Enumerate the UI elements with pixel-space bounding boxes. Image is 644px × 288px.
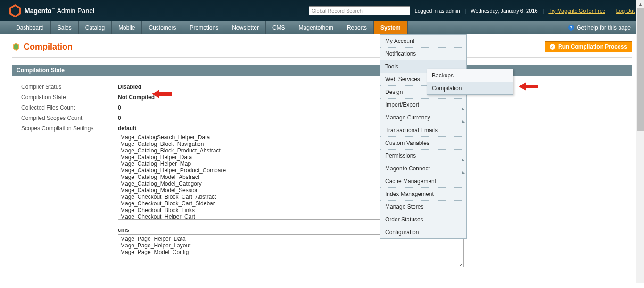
scroll-up-icon[interactable]: ▲	[636, 0, 644, 8]
menu-system[interactable]: System	[374, 21, 408, 34]
date-text: Wednesday, January 6, 2016	[471, 8, 537, 14]
admin-header: Magento™ Admin Panel Logged in as admin …	[0, 0, 644, 21]
compiler-status-label: Compiler Status	[21, 84, 118, 90]
menu-cms[interactable]: CMS	[266, 21, 292, 34]
dropdown-index-management[interactable]: Index Management	[380, 188, 466, 201]
logout-link[interactable]: Log Out	[616, 8, 635, 14]
page-title: Compilation	[24, 42, 73, 52]
logged-in-text: Logged in as admin	[415, 8, 460, 14]
collected-files-value: 0	[118, 104, 121, 111]
main-menu: Dashboard Sales Catalog Mobile Customers…	[0, 21, 644, 34]
brand-text: Magento™ Admin Panel	[25, 7, 94, 15]
scroll-down-icon[interactable]: ▼	[636, 280, 644, 283]
compilation-icon	[12, 42, 20, 51]
dropdown-cache-management[interactable]: Cache Management	[380, 175, 466, 188]
dropdown-my-account[interactable]: My Account	[380, 35, 466, 48]
help-icon: ?	[568, 25, 574, 31]
menu-newsletter[interactable]: Newsletter	[225, 21, 266, 34]
menu-sales[interactable]: Sales	[51, 21, 79, 34]
scopes-settings-label: Scopes Compilation Settings	[21, 125, 118, 132]
scroll-thumb[interactable]	[637, 8, 644, 131]
dropdown-configuration[interactable]: Configuration	[380, 226, 466, 238]
dropdown-import-export[interactable]: Import/Export	[380, 99, 466, 111]
content-area: Compilation ✓ Run Compilation Process Co…	[0, 34, 644, 283]
title-divider	[12, 57, 632, 58]
magento-logo-icon	[9, 4, 21, 17]
dropdown-manage-stores[interactable]: Manage Stores	[380, 201, 466, 213]
check-icon: ✓	[550, 44, 555, 50]
tools-submenu: Backups Compilation	[427, 69, 513, 95]
menu-catalog[interactable]: Catalog	[79, 21, 112, 34]
dropdown-magento-connect[interactable]: Magento Connect	[380, 162, 466, 175]
menu-promotions[interactable]: Promotions	[183, 21, 226, 34]
run-compilation-button[interactable]: ✓ Run Compilation Process	[545, 41, 632, 52]
panel-heading: Compilation State	[12, 65, 632, 76]
compiled-scopes-value: 0	[118, 115, 121, 121]
dropdown-transactional-emails[interactable]: Transactional Emails	[380, 124, 466, 137]
compilation-state-value: Not Compiled	[118, 94, 155, 101]
annotation-arrow-icon	[152, 90, 172, 98]
submenu-backups[interactable]: Backups	[427, 69, 513, 82]
try-magento-link[interactable]: Try Magento Go for Free	[548, 8, 605, 14]
dropdown-custom-variables[interactable]: Custom Variables	[380, 137, 466, 150]
dropdown-notifications[interactable]: Notifications	[380, 48, 466, 60]
vertical-scrollbar[interactable]: ▲ ▼	[636, 0, 644, 283]
compilation-state-label: Compilation State	[21, 94, 118, 101]
global-search-input[interactable]	[309, 6, 410, 15]
submenu-compilation[interactable]: Compilation	[427, 82, 513, 94]
logo: Magento™ Admin Panel	[9, 4, 94, 17]
compiled-scopes-label: Compiled Scopes Count	[21, 115, 118, 121]
dropdown-permissions[interactable]: Permissions	[380, 150, 466, 162]
menu-magentothem[interactable]: Magentothem	[292, 21, 340, 34]
scope-cms-textarea[interactable]	[118, 234, 464, 267]
collected-files-label: Collected Files Count	[21, 104, 118, 111]
menu-reports[interactable]: Reports	[340, 21, 374, 34]
compiler-status-value: Disabled	[118, 84, 141, 90]
dropdown-order-statuses[interactable]: Order Statuses	[380, 213, 466, 226]
menu-mobile[interactable]: Mobile	[112, 21, 142, 34]
menu-customers[interactable]: Customers	[142, 21, 183, 34]
panel-body: Compiler Status Disabled Compilation Sta…	[12, 76, 632, 276]
help-link[interactable]: ? Get help for this page	[564, 21, 635, 34]
menu-dashboard[interactable]: Dashboard	[9, 21, 51, 34]
annotation-arrow-icon	[519, 82, 538, 91]
system-dropdown: My Account Notifications Tools Web Servi…	[380, 34, 467, 239]
dropdown-manage-currency[interactable]: Manage Currency	[380, 111, 466, 124]
